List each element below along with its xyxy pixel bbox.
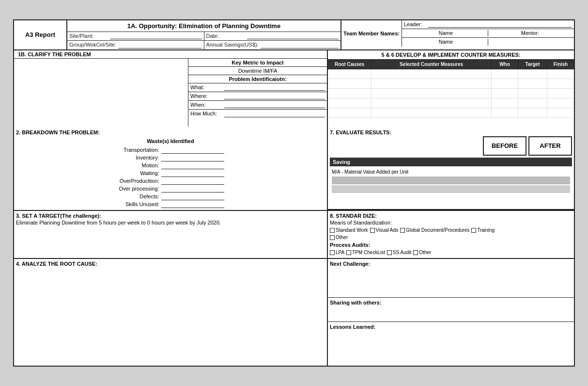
section-1b: 1B. CLARIFY THE PROBLEM Key Metric to Im… [14,50,328,127]
counter-row-2 [328,79,574,89]
waste-row-defects: Defects: [117,193,224,200]
cb-training-label: Training [477,227,495,233]
section-3-inner: 3. SET A TARGET(The challenge): Eliminat… [14,211,327,228]
cb-lpa-box[interactable] [330,250,335,255]
counter-row-5 [328,108,574,118]
problem-id-label: Problem Identificaiotn: [188,75,327,83]
group-input[interactable] [118,42,201,48]
waste-row-skills: Skills Unused: [117,200,224,208]
saving-bar-2 [332,185,570,193]
waste-input-waiting[interactable] [161,169,224,177]
waste-label-transport: Transportation: [117,146,161,154]
cb-visual-label: Visual Ads [376,227,399,233]
waste-row-overproduction: OverProducition: [117,177,224,185]
cb-ss-box[interactable] [387,250,392,255]
waste-label-defects: Defects: [117,193,161,200]
section-4-bottom-row: 4. ANALYZE THE ROOT CAUSE: Next Challeng… [14,259,574,366]
where-input[interactable] [224,93,325,99]
cb-ss[interactable]: SS Audit [387,250,411,255]
header-field-left: Site/Plant: Group/WokCel/Site: [67,32,204,49]
header-row: A3 Report 1A. Opportunity: Elimination o… [14,20,574,50]
clarify-left [14,59,188,127]
wastes-title: Waste(s) Identified [16,136,325,146]
site-label: Site/Plant: [69,33,108,39]
cb-training-box[interactable] [471,228,476,233]
waste-input-motion[interactable] [161,161,224,169]
date-row: Date: [204,32,341,41]
savings-input[interactable] [261,42,339,48]
wastes-section: Waste(s) Identified Transportation: Inve… [16,136,325,209]
waste-input-inventory[interactable] [161,154,224,161]
site-input[interactable] [110,33,202,39]
cb-tpm-label: TPM CheckList [352,250,385,255]
savings-row: Annual Savings(US$): [204,41,341,49]
cb-other2[interactable]: Other [413,250,431,255]
section-3-title: 3. SET A TARGET(The challenge): [16,213,325,219]
cb-standard-box[interactable] [330,228,335,233]
cb-tpm[interactable]: TPM CheckList [346,250,385,255]
clarify-header: 1B. CLARIFY THE PROBLEM [14,50,327,59]
next-challenge-section: Next Challenge: [328,259,574,298]
key-metric-value: Downtime IM/FA [188,67,327,75]
section-7-inner: 7. EVALUATE RESULTS: BEFORE AFTER Saving… [328,127,574,198]
cb-standard-work[interactable]: Standard Work [330,227,368,233]
cb-standard-label: Standard Work [336,227,368,233]
when-input[interactable] [224,102,325,108]
saving-item: M/A - Material Value Added per Unit [332,168,570,176]
waste-input-overprocessing[interactable] [161,185,224,193]
cb-visual-ads[interactable]: Visual Ads [370,227,399,233]
mentor-value [488,39,572,46]
when-label: When: [190,102,224,108]
header-middle: 1A. Opportunity: Elimination of Planning… [67,20,341,49]
cb-other2-box[interactable] [413,250,418,255]
cb-lpa[interactable]: LPA [330,250,344,255]
cb-other-box[interactable] [330,235,335,240]
after-box: AFTER [528,136,572,156]
a3-label: A3 Report [14,20,67,49]
cb-visual-box[interactable] [370,228,375,233]
cb-tpm-box[interactable] [346,250,351,255]
when-row: When: [188,101,327,110]
saving-content: M/A - Material Value Added per Unit [330,166,572,196]
site-row: Site/Plant: [67,32,204,41]
saving-section: Saving M/A - Material Value Added per Un… [330,158,572,196]
cb-other[interactable]: Other [330,235,348,240]
waste-row-waiting: Waiting: [117,169,224,177]
clarify-body: Key Metric to Impact Downtime IM/FA Prob… [14,59,327,127]
how-much-label: How Much: [190,111,224,117]
section-4: 4. ANALYZE THE ROOT CAUSE: [14,259,328,366]
lessons-section: Lessons Learned: [328,322,574,346]
date-label: Date: [206,33,245,39]
waste-input-transport[interactable] [161,146,224,154]
counter-table-header: Root Causes Selected Counter Measures Wh… [328,60,574,69]
header-title: 1A. Opportunity: Elimination of Planning… [67,20,340,32]
section-2-inner: 2. BREAKDOWN THE PROBLEM: Waste(s) Ident… [14,127,327,210]
section-7-title: 7. EVALUATE RESULTS: [330,129,572,136]
section-8-inner: 8. STANDAR DIZE: Means of Standardizatio… [328,211,574,258]
key-metric-label: Key Metric to Impact [188,59,327,67]
date-input[interactable] [247,33,339,39]
group-label: Group/WokCel/Site: [69,42,116,48]
where-row: Where: [188,92,327,101]
cb-global-box[interactable] [400,228,405,233]
waste-input-defects[interactable] [161,193,224,200]
col-selected-measures: Selected Counter Measures [371,60,492,69]
what-input[interactable] [224,84,325,91]
cb-lpa-label: LPA [336,250,344,255]
waste-row-overprocessing: Over processing: [117,185,224,193]
how-much-row: How Much: [188,110,327,118]
waste-label-waiting: Waiting: [117,169,161,177]
cb-global-label: Global Document/Procedures [406,227,469,233]
cb-training[interactable]: Training [471,227,495,233]
leader-input[interactable] [428,21,572,28]
name-cell-1: Name [404,30,488,36]
counter-row-1 [328,69,574,79]
waste-input-skills[interactable] [161,200,224,208]
cb-global-doc[interactable]: Global Document/Procedures [400,227,469,233]
waste-input-overproduction[interactable] [161,177,224,185]
how-much-input[interactable] [224,111,325,117]
section-3: 3. SET A TARGET(The challenge): Eliminat… [14,211,328,259]
header-right: Team Member Names: Leader: Name Mentor: … [341,20,574,49]
wastes-table: Transportation: Inventory: Motion: [117,146,224,209]
section-4-inner: 4. ANALYZE THE ROOT CAUSE: [14,259,327,269]
